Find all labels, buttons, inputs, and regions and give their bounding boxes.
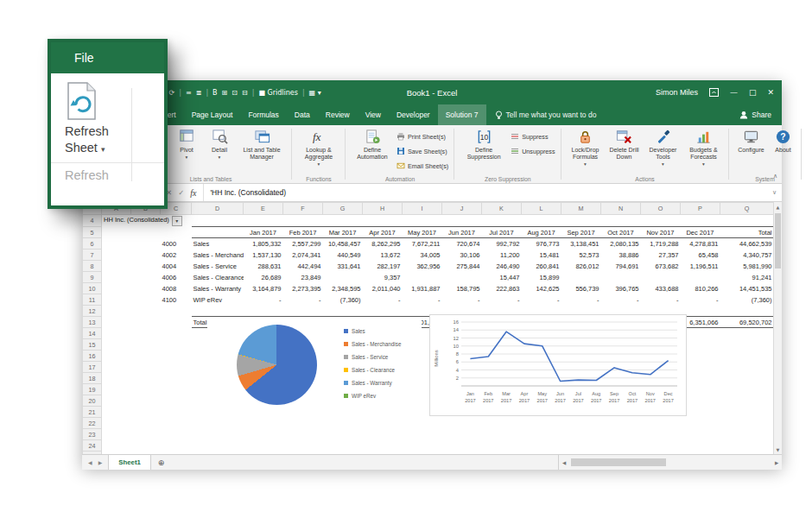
value-cell[interactable]: 9,357 [363,272,403,283]
email-sheets-button[interactable]: Email Sheet(s) [395,159,450,173]
empty-cell[interactable] [161,317,192,328]
about-button[interactable]: ? About [770,127,797,154]
value-cell[interactable]: 15,899 [522,272,561,283]
value-cell[interactable] [641,272,681,283]
account-code-cell[interactable]: 4006 [161,272,192,283]
value-cell[interactable]: 13,672 [363,250,403,261]
month-header-cell[interactable]: Jan 2017 [244,227,283,238]
lock-drop-formulas-button[interactable]: Lock/Drop Formulas ▾ [566,127,606,167]
row-header-20[interactable]: 20 [83,395,102,407]
month-header-cell[interactable]: Mar 2017 [323,227,363,238]
delete-drill-down-button[interactable]: Delete Drill Down [606,127,644,161]
scroll-right-icon[interactable]: ▶ [771,460,782,465]
row-header-5[interactable]: 5 [83,227,102,238]
month-header-cell[interactable]: Dec 2017 [681,227,720,238]
value-cell[interactable] [323,272,363,283]
value-cell[interactable]: - [244,294,283,306]
empty-cell[interactable] [102,294,131,306]
value-cell[interactable]: 556,739 [561,283,601,294]
row-header-23[interactable]: 23 [83,429,102,440]
next-sheet-icon[interactable]: ▶ [98,459,103,465]
total-cell[interactable]: 5,981,990 [720,261,774,272]
print-sheets-button[interactable]: Print Sheet(s) [395,130,450,143]
horizontal-scroll-thumb[interactable] [571,458,666,466]
value-cell[interactable]: 7,672,211 [403,238,442,250]
row-header-14[interactable]: 14 [83,328,102,339]
month-header-cell[interactable]: Feb 2017 [283,227,323,238]
value-cell[interactable]: - [522,294,561,306]
account-name-cell[interactable]: Sales - Warranty [192,283,244,294]
qat-button[interactable]: ⊞ [222,89,228,97]
value-cell[interactable]: - [403,294,442,306]
row-header-8[interactable]: 8 [83,261,102,272]
row-header-12[interactable]: 12 [83,306,102,317]
value-cell[interactable] [681,272,720,283]
minimize-button[interactable]: — [730,88,738,97]
empty-cell[interactable] [131,250,161,261]
value-cell[interactable]: 810,266 [681,283,720,294]
column-header-M[interactable]: M [561,203,601,215]
row-header-18[interactable]: 18 [83,373,102,384]
total-cell[interactable]: 44,662,539 [720,238,774,250]
month-header-cell[interactable]: Sep 2017 [561,227,601,238]
save-sheets-button[interactable]: Save Sheet(s) [395,144,450,158]
budgets-forecasts-button[interactable]: Budgets & Forecasts ▾ [683,127,725,167]
report-entity-cell[interactable]: HH Inc. (Consolidated)▾ [102,215,774,227]
empty-cell[interactable] [131,238,161,250]
value-cell[interactable]: 3,138,451 [561,238,601,250]
value-cell[interactable]: 8,262,295 [363,238,403,250]
value-cell[interactable]: 331,641 [323,261,363,272]
column-header-G[interactable]: G [323,203,363,215]
prev-sheet-icon[interactable]: ◀ [88,459,92,465]
value-cell[interactable]: - [641,294,681,306]
empty-cell[interactable] [102,250,131,261]
unsuppress-button[interactable]: Unsuppress [509,144,556,158]
value-cell[interactable]: 282,197 [363,261,403,272]
ribbon-tab-formulas[interactable]: Formulas [240,104,286,125]
ribbon-tab-page-layout[interactable]: Page Layout [184,104,241,125]
scroll-left-icon[interactable]: ◀ [559,460,569,465]
qat-button[interactable]: B [213,89,218,97]
qat-button[interactable]: ⊡ [232,89,238,97]
column-header-K[interactable]: K [482,203,522,215]
value-cell[interactable]: - [681,294,720,306]
empty-cell[interactable] [102,238,131,250]
row-header-11[interactable]: 11 [83,294,102,306]
value-cell[interactable]: 38,886 [601,250,641,261]
value-cell[interactable]: 2,348,595 [323,283,363,294]
month-header-cell[interactable]: Jul 2017 [482,227,522,238]
value-cell[interactable]: 260,841 [522,261,561,272]
value-cell[interactable]: 440,549 [323,250,363,261]
refresh-menu-item[interactable]: Refresh [51,168,164,182]
list-and-table-manager-button[interactable]: List and Table Manager [236,127,288,161]
value-cell[interactable]: 2,080,135 [601,238,641,250]
horizontal-scrollbar[interactable]: ◀ ▶ [558,455,782,470]
tell-me-box[interactable]: Tell me what you want to do [486,104,606,125]
row-header-4[interactable]: 4 [83,215,102,227]
value-cell[interactable]: 52,573 [561,250,601,261]
value-cell[interactable]: 2,273,395 [283,283,323,294]
empty-cell[interactable] [131,283,161,294]
value-cell[interactable]: 3,164,879 [244,283,283,294]
qat-button[interactable]: ⊟ [242,89,248,97]
detail-button[interactable]: Detail ▾ [203,127,236,160]
share-button[interactable]: Share [729,104,782,125]
row-header-17[interactable]: 17 [83,362,102,373]
value-cell[interactable]: 142,625 [522,283,561,294]
collapse-ribbon-button[interactable]: ∧ [773,173,777,180]
empty-cell[interactable] [102,272,131,283]
value-cell[interactable]: 992,792 [482,238,522,250]
value-cell[interactable]: 976,773 [522,238,561,250]
value-cell[interactable]: 2,074,341 [283,250,323,261]
value-cell[interactable]: 11,200 [482,250,522,261]
user-name[interactable]: Simon Miles [656,88,698,97]
row-header-10[interactable]: 10 [83,283,102,294]
qat-button[interactable]: ▦ ▾ [309,89,321,97]
value-cell[interactable]: 1,719,288 [641,238,681,250]
define-suppression-button[interactable]: 10 Define Suppression [459,127,509,161]
ribbon-tab-data[interactable]: Data [287,104,318,125]
empty-cell[interactable] [131,317,161,328]
qat-button[interactable]: ⟳ [169,89,175,97]
vertical-scroll-thumb[interactable] [775,213,781,268]
value-cell[interactable]: 246,490 [482,261,522,272]
